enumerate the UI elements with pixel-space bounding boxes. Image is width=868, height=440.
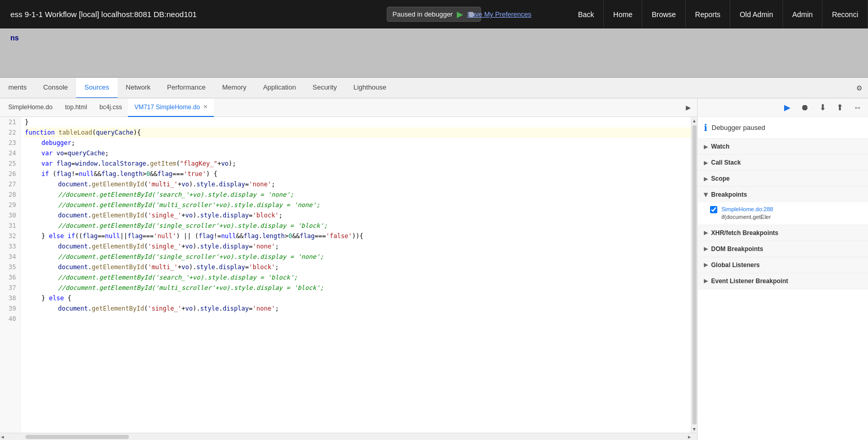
scope-label: Scope [711,175,730,182]
resume-button[interactable]: ▶ [457,9,463,19]
source-panel: SimpleHome.do top.html bc4j.css VM717 Si… [0,98,868,440]
nav-old-admin[interactable]: Old Admin [730,0,783,28]
code-line-31: //document.getElementById('single_scroll… [25,221,697,231]
code-line-30: document.getElementById('single_'+vo).st… [25,210,697,221]
tab-memory[interactable]: Memory [214,78,255,98]
devtools-panel: ments Console Sources Network Performanc… [0,78,868,440]
tab-lighthouse[interactable]: Lighthouse [345,78,395,98]
file-tab-bc4jcss[interactable]: bc4j.css [93,98,128,117]
callstack-header[interactable]: ▶ Call Stack [698,155,868,170]
section-global-listeners: ▶ Global Listeners [698,257,868,273]
xhr-label: XHR/fetch Breakpoints [711,229,778,237]
nav-buttons: Back Home Browse Reports Old Admin Admin… [569,0,868,28]
breakpoint-condition-1: if(document.getEler [721,213,773,221]
code-line-37: //document.getElementById('multi_scrolle… [25,283,697,293]
section-watch: ▶ Watch [698,139,868,155]
right-panel-scroll[interactable]: ▶ Watch ▶ Call Stack ▶ Scope [698,139,868,440]
file-tab-vm717-label: VM717 SimpleHome.do [134,104,200,111]
app-sub-text: ns [10,34,19,42]
section-dom-breakpoints: ▶ DOM Breakpoints [698,241,868,257]
line-numbers: 21 22 23 24 25 26 27 28 29 30 31 32 33 3… [0,117,21,433]
tab-security[interactable]: Security [304,78,345,98]
file-tab-simplehome[interactable]: SimpleHome.do [2,98,59,117]
code-line-36: //document.getElementById('search_'+vo).… [25,272,697,283]
code-line-33: document.getElementById('single_'+vo).st… [25,241,697,252]
nav-back[interactable]: Back [569,0,604,28]
hscroll-thumb[interactable] [25,435,129,439]
file-tab-vm717[interactable]: VM717 SimpleHome.do ✕ [128,98,214,117]
tab-application[interactable]: Application [255,78,305,98]
hscroll-right-arrow[interactable]: ▶ [688,434,691,439]
info-icon: ℹ [704,122,707,133]
scroll-down-arrow[interactable]: ▼ [692,426,697,433]
code-line-24: var vo = queryCache; [25,148,697,158]
hscroll-left-arrow[interactable]: ◀ [0,434,5,439]
debugger-paused-box: ℹ Debugger paused [698,117,868,139]
scroll-thumb[interactable] [692,125,697,424]
step-btn[interactable]: ↔ [851,102,864,113]
tab-elements[interactable]: ments [0,78,35,98]
section-scope: ▶ Scope [698,171,868,187]
save-preferences-link[interactable]: Save My Preferences [467,10,531,18]
run-snippet-icon[interactable]: ▶ [686,102,691,112]
code-editor-container: SimpleHome.do top.html bc4j.css VM717 Si… [0,98,697,440]
code-line-23: debugger; [25,138,697,148]
app-title: ess 9-1-1 Workflow [local] localhost:808… [0,10,207,19]
breakpoint-item-1: SimpleHome.do:288 if(document.getEler [698,202,868,225]
dom-label: DOM Breakpoints [711,245,763,253]
code-line-21: } [25,117,697,127]
devtools-tabs: ments Console Sources Network Performanc… [0,78,868,98]
nav-browse[interactable]: Browse [642,0,686,28]
tab-network[interactable]: Network [118,78,159,98]
code-content[interactable]: } function tableLoad(queryCache){ debugg… [21,117,697,433]
file-tabs-bar: SimpleHome.do top.html bc4j.css VM717 Si… [0,98,697,117]
callstack-label: Call Stack [711,159,741,166]
settings-icon[interactable]: ⚙ [850,79,868,97]
nav-admin[interactable]: Admin [783,0,823,28]
code-line-25: var flag = window.localStorage.getItem("… [25,158,697,169]
global-label: Global Listeners [711,261,760,269]
step-into-btn[interactable]: ⬇ [817,101,828,113]
scope-header[interactable]: ▶ Scope [698,171,868,186]
resume-debugger-btn[interactable]: ▶ [782,101,792,113]
section-callstack: ▶ Call Stack [698,155,868,171]
nav-reports[interactable]: Reports [686,0,730,28]
file-tab-vm717-close[interactable]: ✕ [203,104,208,110]
step-over-btn[interactable]: ⏺ [799,102,811,113]
nav-reconci[interactable]: Reconci [822,0,868,28]
tab-sources[interactable]: Sources [76,78,118,98]
event-breakpoints-header[interactable]: ▶ Event Listener Breakpoint [698,273,868,289]
debugger-toolbar: ▶ ⏺ ⬇ ⬆ ↔ [698,98,868,117]
section-breakpoints: ▶ Breakpoints SimpleHome.do:288 if(docum… [698,187,868,225]
code-line-40 [25,314,697,324]
dom-breakpoints-header[interactable]: ▶ DOM Breakpoints [698,241,868,257]
global-chevron: ▶ [704,262,708,268]
file-tab-tophtml[interactable]: top.html [59,98,93,117]
breakpoint-file-1: SimpleHome.do:288 [721,206,773,213]
section-xhr-breakpoints: ▶ XHR/fetch Breakpoints [698,225,868,241]
code-line-28: //document.getElementById('search_'+vo).… [25,189,697,200]
code-line-26: if (flag != null && flag.length > 0 && f… [25,169,697,179]
scroll-up-arrow[interactable]: ▲ [692,117,697,124]
tab-console[interactable]: Console [35,78,76,98]
xhr-chevron: ▶ [704,230,708,236]
xhr-breakpoints-header[interactable]: ▶ XHR/fetch Breakpoints [698,225,868,241]
dom-chevron: ▶ [704,246,708,252]
tab-performance[interactable]: Performance [159,78,214,98]
breakpoint-checkbox-1[interactable] [710,206,717,213]
code-line-38: } else { [25,293,697,303]
horizontal-scrollbar[interactable]: ◀ ▶ [0,433,697,440]
global-listeners-header[interactable]: ▶ Global Listeners [698,257,868,273]
code-line-27: document.getElementById('multi_'+vo).sty… [25,179,697,189]
app-sub-header: ns [0,28,868,78]
code-area: 21 22 23 24 25 26 27 28 29 30 31 32 33 3… [0,117,697,433]
step-out-btn[interactable]: ⬆ [834,101,845,113]
nav-home[interactable]: Home [604,0,642,28]
event-label: Event Listener Breakpoint [711,277,788,285]
breakpoints-header[interactable]: ▶ Breakpoints [698,187,868,202]
section-event-breakpoints: ▶ Event Listener Breakpoint [698,273,868,289]
watch-chevron: ▶ [704,144,708,150]
watch-header[interactable]: ▶ Watch [698,139,868,154]
debugger-paused-text: Debugger paused [712,124,765,131]
vertical-scrollbar[interactable]: ▲ ▼ [691,117,697,433]
